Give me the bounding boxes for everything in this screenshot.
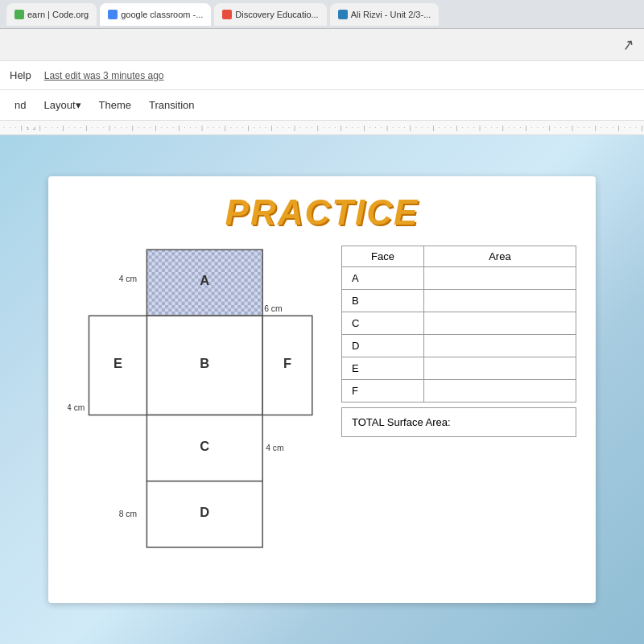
face-d-label: D [342,335,424,357]
face-a-label: A [342,267,424,290]
tab-favicon-google [108,10,118,19]
slide-area: PRACTICE A 4 [0,135,644,644]
net-diagram: A 4 cm 8 cm B E F 6 cm [68,246,325,555]
ruler: ···|₁₄|···|···|···|···|···|···|···|···|·… [0,121,644,135]
tab-discovery-label: Discovery Educatio... [235,10,318,19]
face-e-area [423,357,576,380]
ruler-marks: ···|₁₄|···|···|···|···|···|···|···|···|·… [3,124,644,131]
toolbar-theme-label: Theme [99,99,131,111]
face-a-area [423,267,576,290]
face-d-area [423,335,576,357]
tab-discovery[interactable]: Discovery Educatio... [214,3,326,26]
toolbar-layout[interactable]: Layout▾ [35,96,89,114]
face-c-label: C [342,312,424,335]
face-b-label: B [342,290,424,312]
face-f-area [423,380,576,402]
svg-text:4 cm: 4 cm [68,403,85,412]
svg-text:B: B [200,356,209,370]
toolbar: nd Layout▾ Theme Transition [0,90,644,121]
svg-text:A: A [200,273,209,287]
total-surface-area-row: TOTAL Surface Area: [341,407,576,437]
toolbar-nd-label: nd [14,99,26,111]
table-row: D [342,335,576,357]
toolbar-nd[interactable]: nd [6,96,34,114]
slide-card: PRACTICE A 4 [48,176,596,603]
slide-title: PRACTICE [68,192,576,233]
face-table: Face Area A B [341,246,576,402]
svg-text:F: F [283,356,291,370]
table-row: B [342,290,576,312]
table-row: C [342,312,576,335]
table-header-area: Area [423,246,576,267]
svg-text:4 cm: 4 cm [266,444,283,452]
tab-ali-label: Ali Rizvi - Unit 2/3-... [351,10,431,19]
browser-top-bar: ↗ [0,29,644,61]
toolbar-theme[interactable]: Theme [91,96,139,114]
tab-code-label: earn | Code.org [27,10,89,19]
tab-google-label: google classroom -... [121,10,203,19]
svg-text:D: D [200,505,209,519]
last-edit-label: Last edit was 3 minutes ago [44,70,164,81]
help-menu[interactable]: Help [10,69,31,81]
tab-bar: earn | Code.org google classroom -... Di… [0,0,644,29]
trending-icon: ↗ [621,35,636,54]
toolbar-transition-label: Transition [149,99,195,111]
tab-code[interactable]: earn | Code.org [6,3,97,26]
face-e-label: E [342,357,424,380]
tab-favicon-ali [338,10,348,19]
table-header-face: Face [342,246,424,267]
menu-bar: Help Last edit was 3 minutes ago [0,61,644,90]
toolbar-transition[interactable]: Transition [141,96,203,114]
face-b-area [423,290,576,312]
svg-text:6 cm: 6 cm [264,304,282,313]
face-f-label: F [342,380,424,402]
tab-favicon-code [14,10,24,19]
svg-text:E: E [114,356,122,370]
table-row: F [342,380,576,402]
toolbar-layout-label: Layout▾ [43,99,80,111]
svg-text:C: C [200,439,209,453]
table-row: A [342,267,576,290]
tab-favicon-discovery [222,10,232,19]
svg-text:4 cm: 4 cm [119,275,137,283]
svg-text:8 cm: 8 cm [119,510,137,518]
slide-content: A 4 cm 8 cm B E F 6 cm [68,246,576,555]
face-c-area [423,312,576,335]
face-table-wrapper: Face Area A B [341,246,576,437]
net-svg: A 4 cm 8 cm B E F 6 cm [68,246,325,551]
table-row: E [342,357,576,380]
tab-google[interactable]: google classroom -... [100,3,211,26]
total-label: TOTAL Surface Area: [352,416,451,428]
tab-ali[interactable]: Ali Rizvi - Unit 2/3-... [330,3,440,26]
